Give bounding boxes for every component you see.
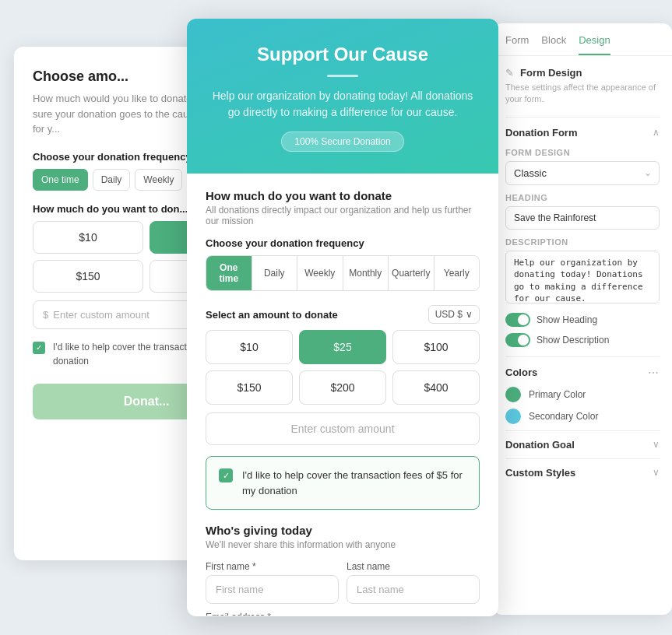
amount-btn-400[interactable]: $400 <box>392 370 480 405</box>
primary-color-row[interactable]: Primary Color <box>505 387 660 402</box>
show-heading-label: Show Heading <box>537 314 597 325</box>
primary-color-dot <box>505 387 521 402</box>
main-card: Support Our Cause Help our organization … <box>187 19 498 616</box>
pencil-icon: ✎ <box>505 67 514 79</box>
last-name-label: Last name <box>347 561 480 572</box>
right-panel-body: ✎ Form Design These settings affect the … <box>493 56 672 609</box>
main-card-body: How much do you want to donate All donat… <box>187 174 498 616</box>
freq-btn-quarterly[interactable]: Quarterly <box>389 256 435 290</box>
bg-freq-btn-onetime[interactable]: One time <box>33 169 88 191</box>
form-design-row: ✎ Form Design <box>505 67 660 79</box>
freq-btn-weekly[interactable]: Weekly <box>297 256 343 290</box>
donation-form-header[interactable]: Donation Form ∧ <box>505 127 660 139</box>
form-design-field-label: FORM DESIGN <box>505 148 660 157</box>
custom-amount-input[interactable]: Enter custom amount <box>206 412 480 445</box>
freq-btn-onetime[interactable]: One time <box>206 256 252 290</box>
transaction-fee-checkbox[interactable]: ✓ <box>219 468 233 482</box>
header-underline <box>327 75 358 77</box>
show-description-label: Show Description <box>537 335 609 346</box>
right-panel-tabs: Form Block Design <box>493 23 672 56</box>
freq-btn-yearly[interactable]: Yearly <box>435 256 480 290</box>
colors-label: Colors <box>505 367 537 378</box>
section-subtitle: All donations directly impact our organi… <box>206 205 480 226</box>
donation-form-label: Donation Form <box>505 127 577 139</box>
amount-btn-100[interactable]: $100 <box>392 330 480 364</box>
currency-select[interactable]: USD $ ∨ <box>428 305 480 324</box>
form-design-select-wrapper: Classic <box>505 161 660 185</box>
show-heading-row: Show Heading <box>505 313 660 327</box>
name-row: First name * Last name <box>206 561 480 604</box>
freq-btn-monthly[interactable]: Monthly <box>343 256 389 290</box>
amount-btn-25[interactable]: $25 <box>299 330 386 364</box>
secondary-color-row[interactable]: Secondary Color <box>505 409 660 424</box>
show-description-toggle[interactable] <box>505 333 530 347</box>
transaction-fee-text: I'd like to help cover the transaction f… <box>242 468 466 498</box>
custom-styles-label: Custom Styles <box>505 467 575 479</box>
custom-styles-row[interactable]: Custom Styles ∨ <box>505 458 660 486</box>
secondary-color-dot <box>505 409 521 424</box>
chevron-down-icon-goal: ∨ <box>653 439 660 450</box>
who-title: Who's giving today <box>206 524 480 537</box>
secondary-color-label: Secondary Color <box>529 411 598 422</box>
form-design-desc: These settings affect the appearance of … <box>505 82 660 106</box>
amount-label: Select an amount to donate <box>206 309 338 321</box>
currency-value: USD $ <box>435 309 463 320</box>
right-panel: Form Block Design ✎ Form Design These se… <box>493 23 672 615</box>
bg-amount-10[interactable]: $10 <box>33 221 143 254</box>
first-name-input[interactable] <box>206 575 339 604</box>
chevron-up-icon: ∧ <box>653 127 660 138</box>
show-description-row: Show Description <box>505 333 660 347</box>
main-card-header-title: Support Our Cause <box>209 44 477 65</box>
last-name-input[interactable] <box>347 575 480 604</box>
tab-block[interactable]: Block <box>541 34 566 55</box>
tab-design[interactable]: Design <box>579 34 610 55</box>
description-textarea[interactable]: Help our organization by donating today!… <box>505 251 660 303</box>
freq-btn-daily[interactable]: Daily <box>252 256 298 290</box>
donation-goal-row[interactable]: Donation Goal ∨ <box>505 430 660 458</box>
currency-chevron: ∨ <box>466 309 473 320</box>
chevron-down-icon-styles: ∨ <box>653 467 660 478</box>
freq-row: One time Daily Weekly Monthly Quarterly … <box>206 255 480 291</box>
show-heading-toggle[interactable] <box>505 313 530 327</box>
bg-freq-btn-daily[interactable]: Daily <box>93 169 131 191</box>
description-field-label: DESCRIPTION <box>505 237 660 247</box>
heading-field-label: HEADING <box>505 193 660 202</box>
more-options-icon[interactable]: ⋯ <box>648 367 660 379</box>
primary-color-label: Primary Color <box>529 389 586 400</box>
main-card-header: Support Our Cause Help our organization … <box>187 19 498 174</box>
dollar-sign: $ <box>43 309 48 321</box>
checkbox-card[interactable]: ✓ I'd like to help cover the transaction… <box>206 456 480 510</box>
bg-custom-placeholder: Enter custom amount <box>53 309 150 321</box>
amount-btn-200[interactable]: $200 <box>299 370 386 405</box>
colors-header: Colors ⋯ <box>505 367 660 379</box>
donation-goal-label: Donation Goal <box>505 439 575 451</box>
first-name-field: First name * <box>206 561 339 604</box>
last-name-field: Last name <box>347 561 480 604</box>
who-subtitle: We'll never share this information with … <box>206 539 480 550</box>
form-design-select[interactable]: Classic <box>505 161 660 185</box>
amount-grid: $10 $25 $100 $150 $200 $400 <box>206 330 480 405</box>
email-field-wrap: Email address * <box>206 612 480 616</box>
first-name-label: First name * <box>206 561 339 572</box>
secure-badge: 100% Secure Donation <box>281 132 403 152</box>
bg-amount-150[interactable]: $150 <box>33 260 143 293</box>
heading-input[interactable] <box>505 206 660 230</box>
section-title: How much do you want to donate <box>206 189 480 202</box>
amount-btn-150[interactable]: $150 <box>206 370 293 405</box>
tab-form[interactable]: Form <box>505 34 529 55</box>
bg-freq-btn-weekly[interactable]: Weekly <box>135 169 182 191</box>
form-design-title: Form Design <box>520 67 582 79</box>
amount-btn-10[interactable]: $10 <box>206 330 293 364</box>
amount-header-row: Select an amount to donate USD $ ∨ <box>206 305 480 324</box>
email-label: Email address * <box>206 612 480 616</box>
freq-label: Choose your donation frequency <box>206 237 480 249</box>
bg-checkbox[interactable]: ✓ <box>33 342 45 354</box>
main-card-header-desc: Help our organization by donating today!… <box>209 88 477 121</box>
